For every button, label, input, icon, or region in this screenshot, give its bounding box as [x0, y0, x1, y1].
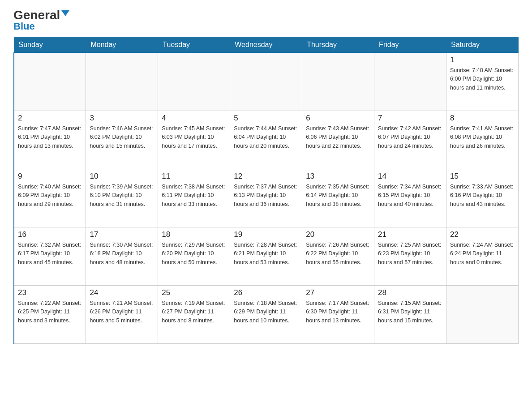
calendar-cell: 3Sunrise: 7:46 AM Sunset: 6:02 PM Daylig… — [86, 111, 158, 169]
day-number: 12 — [234, 172, 298, 181]
day-info: Sunrise: 7:19 AM Sunset: 6:27 PM Dayligh… — [162, 299, 226, 325]
day-info: Sunrise: 7:32 AM Sunset: 6:17 PM Dayligh… — [18, 241, 82, 267]
calendar-cell: 19Sunrise: 7:28 AM Sunset: 6:21 PM Dayli… — [230, 227, 302, 286]
day-info: Sunrise: 7:21 AM Sunset: 6:26 PM Dayligh… — [90, 299, 154, 325]
day-number: 4 — [162, 114, 226, 123]
calendar-cell: 25Sunrise: 7:19 AM Sunset: 6:27 PM Dayli… — [158, 286, 230, 344]
calendar-cell: 10Sunrise: 7:39 AM Sunset: 6:10 PM Dayli… — [86, 169, 158, 227]
calendar-cell — [158, 53, 230, 111]
day-info: Sunrise: 7:17 AM Sunset: 6:30 PM Dayligh… — [306, 299, 370, 325]
calendar-cell: 28Sunrise: 7:15 AM Sunset: 6:31 PM Dayli… — [374, 286, 446, 344]
day-number: 15 — [450, 172, 515, 181]
day-number: 27 — [306, 288, 370, 297]
day-info: Sunrise: 7:38 AM Sunset: 6:11 PM Dayligh… — [162, 183, 226, 209]
day-info: Sunrise: 7:22 AM Sunset: 6:25 PM Dayligh… — [18, 299, 82, 325]
day-info: Sunrise: 7:26 AM Sunset: 6:22 PM Dayligh… — [306, 241, 370, 267]
calendar-cell: 18Sunrise: 7:29 AM Sunset: 6:20 PM Dayli… — [158, 227, 230, 286]
calendar-cell: 6Sunrise: 7:43 AM Sunset: 6:06 PM Daylig… — [302, 111, 374, 169]
day-info: Sunrise: 7:24 AM Sunset: 6:24 PM Dayligh… — [450, 241, 515, 267]
day-info: Sunrise: 7:43 AM Sunset: 6:06 PM Dayligh… — [306, 124, 370, 150]
day-info: Sunrise: 7:48 AM Sunset: 6:00 PM Dayligh… — [450, 66, 515, 92]
calendar-week-row: 1Sunrise: 7:48 AM Sunset: 6:00 PM Daylig… — [14, 53, 519, 111]
day-info: Sunrise: 7:44 AM Sunset: 6:04 PM Dayligh… — [234, 124, 298, 150]
day-info: Sunrise: 7:28 AM Sunset: 6:21 PM Dayligh… — [234, 241, 298, 267]
day-number: 10 — [90, 172, 154, 181]
calendar-table: SundayMondayTuesdayWednesdayThursdayFrid… — [13, 37, 519, 344]
header-friday: Friday — [374, 37, 446, 53]
day-number: 16 — [18, 230, 82, 239]
day-info: Sunrise: 7:30 AM Sunset: 6:18 PM Dayligh… — [90, 241, 154, 267]
header-wednesday: Wednesday — [230, 37, 302, 53]
calendar-cell: 4Sunrise: 7:45 AM Sunset: 6:03 PM Daylig… — [158, 111, 230, 169]
day-info: Sunrise: 7:35 AM Sunset: 6:14 PM Dayligh… — [306, 183, 370, 209]
calendar-cell: 7Sunrise: 7:42 AM Sunset: 6:07 PM Daylig… — [374, 111, 446, 169]
day-number: 26 — [234, 288, 298, 297]
day-info: Sunrise: 7:37 AM Sunset: 6:13 PM Dayligh… — [234, 183, 298, 209]
calendar-cell: 8Sunrise: 7:41 AM Sunset: 6:08 PM Daylig… — [446, 111, 519, 169]
calendar-header-row: SundayMondayTuesdayWednesdayThursdayFrid… — [14, 37, 519, 53]
calendar-cell: 13Sunrise: 7:35 AM Sunset: 6:14 PM Dayli… — [302, 169, 374, 227]
calendar-cell: 16Sunrise: 7:32 AM Sunset: 6:17 PM Dayli… — [14, 227, 86, 286]
calendar-week-row: 9Sunrise: 7:40 AM Sunset: 6:09 PM Daylig… — [14, 169, 519, 227]
logo: General Blue — [13, 9, 69, 32]
day-number: 13 — [306, 172, 370, 181]
calendar-cell: 22Sunrise: 7:24 AM Sunset: 6:24 PM Dayli… — [446, 227, 519, 286]
calendar-cell: 1Sunrise: 7:48 AM Sunset: 6:00 PM Daylig… — [446, 53, 519, 111]
calendar-cell: 17Sunrise: 7:30 AM Sunset: 6:18 PM Dayli… — [86, 227, 158, 286]
day-info: Sunrise: 7:25 AM Sunset: 6:23 PM Dayligh… — [378, 241, 442, 267]
calendar-cell: 2Sunrise: 7:47 AM Sunset: 6:01 PM Daylig… — [14, 111, 86, 169]
calendar-week-row: 23Sunrise: 7:22 AM Sunset: 6:25 PM Dayli… — [14, 286, 519, 344]
day-info: Sunrise: 7:39 AM Sunset: 6:10 PM Dayligh… — [90, 183, 154, 209]
day-number: 22 — [450, 230, 515, 239]
header-saturday: Saturday — [446, 37, 519, 53]
day-info: Sunrise: 7:40 AM Sunset: 6:09 PM Dayligh… — [18, 183, 82, 209]
day-info: Sunrise: 7:45 AM Sunset: 6:03 PM Dayligh… — [162, 124, 226, 150]
calendar-week-row: 16Sunrise: 7:32 AM Sunset: 6:17 PM Dayli… — [14, 227, 519, 286]
day-info: Sunrise: 7:42 AM Sunset: 6:07 PM Dayligh… — [378, 124, 442, 150]
day-number: 2 — [18, 114, 82, 123]
day-number: 14 — [378, 172, 442, 181]
day-number: 24 — [90, 288, 154, 297]
day-number: 28 — [378, 288, 442, 297]
day-info: Sunrise: 7:33 AM Sunset: 6:16 PM Dayligh… — [450, 183, 515, 209]
header-monday: Monday — [86, 37, 158, 53]
day-info: Sunrise: 7:29 AM Sunset: 6:20 PM Dayligh… — [162, 241, 226, 267]
calendar-cell — [230, 53, 302, 111]
calendar-cell: 24Sunrise: 7:21 AM Sunset: 6:26 PM Dayli… — [86, 286, 158, 344]
calendar-cell — [446, 286, 519, 344]
header-sunday: Sunday — [14, 37, 86, 53]
logo-blue-text: Blue — [13, 21, 35, 32]
day-info: Sunrise: 7:18 AM Sunset: 6:29 PM Dayligh… — [234, 299, 298, 325]
day-number: 25 — [162, 288, 226, 297]
calendar-cell: 27Sunrise: 7:17 AM Sunset: 6:30 PM Dayli… — [302, 286, 374, 344]
calendar-cell — [374, 53, 446, 111]
day-number: 7 — [378, 114, 442, 123]
day-number: 17 — [90, 230, 154, 239]
calendar-cell — [14, 53, 86, 111]
day-number: 5 — [234, 114, 298, 123]
day-number: 18 — [162, 230, 226, 239]
calendar-cell: 9Sunrise: 7:40 AM Sunset: 6:09 PM Daylig… — [14, 169, 86, 227]
header-thursday: Thursday — [302, 37, 374, 53]
day-number: 8 — [450, 114, 515, 123]
day-info: Sunrise: 7:15 AM Sunset: 6:31 PM Dayligh… — [378, 299, 442, 325]
day-info: Sunrise: 7:34 AM Sunset: 6:15 PM Dayligh… — [378, 183, 442, 209]
calendar-week-row: 2Sunrise: 7:47 AM Sunset: 6:01 PM Daylig… — [14, 111, 519, 169]
calendar-cell — [302, 53, 374, 111]
day-number: 1 — [450, 56, 515, 64]
day-number: 11 — [162, 172, 226, 181]
calendar-cell: 20Sunrise: 7:26 AM Sunset: 6:22 PM Dayli… — [302, 227, 374, 286]
calendar-cell: 21Sunrise: 7:25 AM Sunset: 6:23 PM Dayli… — [374, 227, 446, 286]
calendar-cell: 11Sunrise: 7:38 AM Sunset: 6:11 PM Dayli… — [158, 169, 230, 227]
day-info: Sunrise: 7:46 AM Sunset: 6:02 PM Dayligh… — [90, 124, 154, 150]
calendar-cell: 12Sunrise: 7:37 AM Sunset: 6:13 PM Dayli… — [230, 169, 302, 227]
calendar-cell: 26Sunrise: 7:18 AM Sunset: 6:29 PM Dayli… — [230, 286, 302, 344]
calendar-cell: 23Sunrise: 7:22 AM Sunset: 6:25 PM Dayli… — [14, 286, 86, 344]
day-number: 19 — [234, 230, 298, 239]
day-number: 21 — [378, 230, 442, 239]
calendar-cell — [86, 53, 158, 111]
day-number: 6 — [306, 114, 370, 123]
calendar-cell: 15Sunrise: 7:33 AM Sunset: 6:16 PM Dayli… — [446, 169, 519, 227]
day-info: Sunrise: 7:41 AM Sunset: 6:08 PM Dayligh… — [450, 124, 515, 150]
logo-general-text: General — [13, 9, 69, 21]
